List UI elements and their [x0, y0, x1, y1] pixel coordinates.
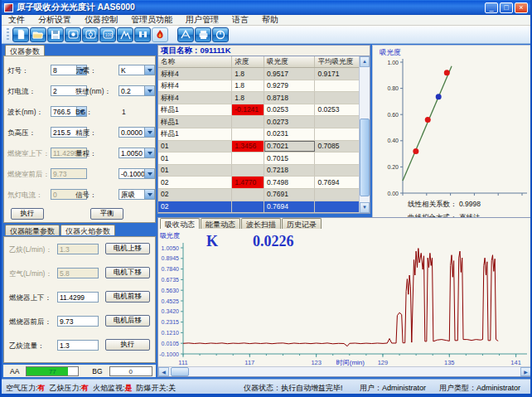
- scroll-right-icon[interactable]: ▶: [520, 367, 531, 376]
- autosampler-button[interactable]: [177, 27, 194, 42]
- param-r3-right-dropdown[interactable]: 0.0000: [118, 127, 155, 138]
- tab-instrument-params[interactable]: 仪器参数: [5, 45, 45, 56]
- table-row[interactable]: 010.7015: [158, 153, 359, 165]
- table-row[interactable]: 010.7218: [158, 165, 359, 177]
- scrollbar-thumb[interactable]: [171, 367, 189, 376]
- table-row[interactable]: 标样41.80.8718: [158, 92, 359, 104]
- param-r0-right-label: 元素：: [75, 66, 97, 76]
- slit-icon: [138, 30, 148, 39]
- cell-concentration: -0.1241: [232, 104, 264, 116]
- dynamics-panel: 吸收动态能量动态波长扫描历史记录 吸光度1.00500.89450.78400.…: [157, 217, 532, 377]
- cell-concentration: [232, 165, 264, 177]
- open-file-button[interactable]: [30, 27, 46, 42]
- table-row[interactable]: 样品10.0231: [158, 128, 359, 141]
- tab-flame-0[interactable]: 仪器能量参数: [5, 225, 60, 235]
- param-r1-right-dropdown[interactable]: 0.2: [118, 85, 155, 96]
- svg-text:0.5630: 0.5630: [162, 288, 180, 293]
- execute-button[interactable]: 执行: [11, 208, 44, 220]
- status-item-3-label: 防爆开关:: [137, 384, 169, 392]
- menu-item-5[interactable]: 语言: [225, 14, 255, 26]
- menu-item-3[interactable]: 管理员功能: [124, 14, 179, 26]
- flame-ignite-button[interactable]: [152, 27, 168, 42]
- param-r5-right-dropdown[interactable]: -0.1000: [118, 168, 155, 179]
- table-row[interactable]: 样品1-0.12410.02530.0253: [158, 104, 359, 117]
- flame-r0-button[interactable]: 电机上移: [105, 243, 150, 254]
- flame-r1-field: 5.8: [57, 268, 99, 278]
- flame-r3-button[interactable]: 电机后移: [105, 315, 150, 327]
- cell-name: 02: [158, 189, 232, 201]
- table-vertical-scrollbar[interactable]: ▲ ▼: [359, 56, 370, 213]
- slit-button[interactable]: [134, 27, 151, 42]
- cell-concentration: 1.8: [232, 80, 264, 92]
- lamp-energy-button[interactable]: [82, 27, 99, 42]
- flame-r0-label: 乙炔(L/min)：: [9, 245, 52, 255]
- scroll-left-icon[interactable]: ◀: [158, 367, 169, 376]
- results-table: 名称浓度吸光度平均吸光度标样41.80.95170.9171标样41.80.92…: [157, 56, 370, 214]
- table-row[interactable]: 011.34560.70210.7085: [158, 141, 359, 153]
- param-r1-right-value: 0.2: [121, 87, 131, 95]
- instrument-status-value: 执行自动增益完毕!: [281, 384, 343, 392]
- tab-dynamics-0[interactable]: 吸收动态: [160, 218, 200, 229]
- param-r6-right-dropdown[interactable]: 原吸: [118, 189, 155, 200]
- scroll-up-icon[interactable]: ▲: [360, 56, 370, 67]
- param-r3-right-label: 精度：: [75, 128, 97, 138]
- scrollbar-thumb[interactable]: [360, 119, 370, 197]
- menu-item-1[interactable]: 分析设置: [31, 14, 78, 26]
- table-row[interactable]: 020.7694: [158, 201, 359, 213]
- menu-item-0[interactable]: 文件: [2, 14, 31, 26]
- table-row[interactable]: 021.47700.74980.7694: [158, 177, 359, 189]
- status-item-2-value: 是: [125, 384, 133, 392]
- flame-r3-field[interactable]: 9.73: [57, 316, 99, 327]
- lamp-position-button[interactable]: 100: [99, 27, 116, 42]
- balance-button[interactable]: 平衡: [90, 208, 123, 220]
- cell-absorbance: 0.0231: [264, 128, 316, 140]
- lamp-select-button[interactable]: [65, 27, 81, 42]
- tab-dynamics-2[interactable]: 波长扫描: [241, 218, 281, 229]
- cell-avg-absorbance: [315, 165, 359, 177]
- lamp-select-icon: [68, 30, 79, 39]
- minimize-button[interactable]: _: [485, 2, 498, 13]
- flame-r1-button[interactable]: 电机下移: [105, 267, 150, 278]
- menu-item-2[interactable]: 仪器控制: [78, 14, 124, 26]
- app-window: 原子吸收分光光度计 AAS6000 _ □ × 文件分析设置仪器控制管理员功能用…: [0, 0, 532, 397]
- save-button[interactable]: [47, 27, 64, 42]
- menu-item-4[interactable]: 用户管理: [179, 14, 225, 26]
- table-row[interactable]: 样品10.0273: [158, 116, 359, 128]
- flame-r2-button[interactable]: 电机前移: [105, 291, 150, 303]
- param-r0-right-dropdown[interactable]: K: [118, 65, 155, 75]
- flame-r2-field[interactable]: 11.4299: [57, 292, 99, 303]
- cell-avg-absorbance: [315, 189, 359, 201]
- param-r3-right-value: 0.0000: [121, 128, 143, 137]
- svg-text:0.40: 0.40: [387, 138, 399, 143]
- table-row[interactable]: 标样41.80.95170.9171: [158, 68, 359, 80]
- flame-r4-field[interactable]: 1.3: [57, 340, 99, 351]
- param-r5-left-label: 燃烧室前后：: [7, 170, 50, 180]
- new-file-button[interactable]: [12, 27, 29, 42]
- printer-button[interactable]: [195, 27, 211, 42]
- cell-name: 样品1: [158, 128, 232, 140]
- maximize-button[interactable]: □: [500, 2, 513, 13]
- svg-text:100: 100: [104, 32, 112, 37]
- close-button[interactable]: ×: [515, 2, 528, 13]
- table-row[interactable]: 020.7691: [158, 189, 359, 201]
- param-r3-left-label: 负高压：: [7, 128, 36, 138]
- tab-dynamics-3[interactable]: 历史记录: [282, 218, 322, 229]
- power-button[interactable]: [212, 27, 229, 42]
- trace-horizontal-scrollbar[interactable]: ◀ ▶: [158, 366, 531, 376]
- wavelength-peak-button[interactable]: [117, 27, 133, 42]
- aa-energy-bar: 77: [26, 366, 79, 376]
- status-item-2-label: 火焰监视:: [93, 384, 125, 392]
- svg-text:0.20: 0.20: [387, 164, 399, 170]
- tab-flame-1[interactable]: 仪器火焰参数: [60, 225, 115, 235]
- param-r4-right-dropdown[interactable]: 1.0050: [118, 148, 155, 158]
- svg-text:-0.1000: -0.1000: [159, 351, 179, 357]
- table-row[interactable]: 标样41.80.9279: [158, 80, 359, 93]
- flame-r4-button[interactable]: 执行: [105, 339, 150, 351]
- svg-text:时间(min): 时间(min): [336, 359, 365, 366]
- menu-item-6[interactable]: 帮助: [255, 14, 285, 26]
- cell-name: 01: [158, 165, 232, 177]
- param-r5-left-field: 9.73: [51, 168, 87, 179]
- flame-r3-label: 燃烧器前后：: [9, 317, 51, 327]
- tab-dynamics-1[interactable]: 能量动态: [201, 218, 240, 229]
- scroll-down-icon[interactable]: ▼: [360, 202, 370, 213]
